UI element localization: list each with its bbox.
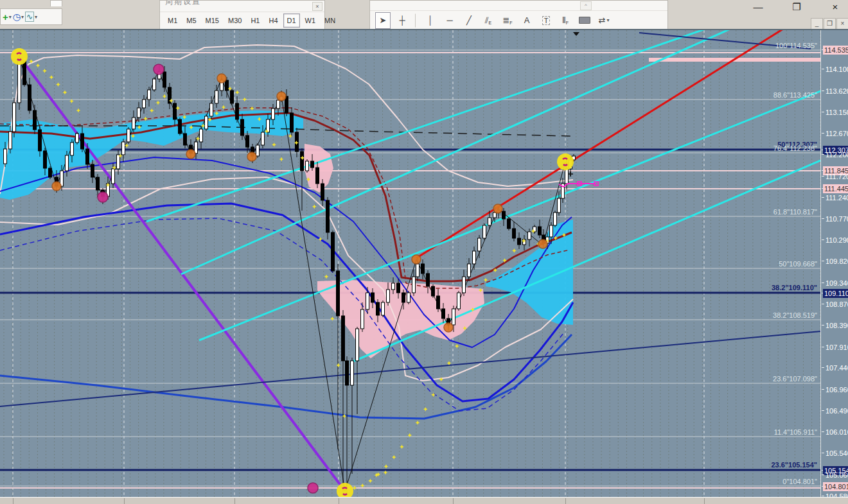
- price-level-label: 109.110: [821, 289, 848, 298]
- down-arrow-marker: [573, 32, 579, 36]
- timeframe-button-mn[interactable]: MN: [321, 13, 339, 28]
- dropdown-caret-icon[interactable]: ▾: [35, 14, 37, 20]
- time-axis-strip[interactable]: [0, 497, 848, 504]
- timeframe-button-m1[interactable]: M1: [164, 13, 181, 28]
- window-minimize-button[interactable]: —: [750, 1, 766, 13]
- axis-tick-label: 114.100: [821, 65, 848, 74]
- alert-price-label: 104.801: [821, 482, 848, 491]
- alert-price-label: 114.535: [821, 46, 848, 55]
- timeframe-button-m15[interactable]: M15: [202, 13, 223, 28]
- fib-label: 0"104.801": [782, 478, 817, 485]
- window-controls: —❐×: [750, 1, 843, 13]
- horizontal-line-tool[interactable]: ─: [442, 12, 457, 29]
- zigzag-swing-marker-orange: [412, 255, 421, 264]
- cross-marker: [568, 171, 573, 177]
- timeframe-button-h1[interactable]: H1: [247, 13, 263, 28]
- window-close-button[interactable]: ×: [827, 1, 843, 13]
- slow-ma-blue: [0, 204, 573, 401]
- equidistant-channel-tool[interactable]: ⫽E: [481, 12, 496, 29]
- price-chart[interactable]: 50"112.307"38.2"109.110"23.6"105.154"100…: [0, 30, 820, 497]
- axis-tick-label: 105.540: [821, 449, 848, 458]
- timeframe-button-m5[interactable]: M5: [182, 13, 200, 28]
- axis-tick-label: 112.200: [821, 150, 848, 159]
- dropdown-caret-icon[interactable]: ▾: [9, 14, 12, 20]
- zigzag-swing-marker-orange: [217, 74, 226, 83]
- fib-label: 50"109.668": [779, 260, 817, 268]
- separator: [415, 13, 418, 28]
- time-axis-divider: [704, 498, 705, 504]
- dropdown-caret-icon[interactable]: ▾: [21, 14, 24, 20]
- cursor-tool[interactable]: ➤: [375, 12, 391, 29]
- rectangle-tool[interactable]: [577, 12, 592, 29]
- toolbar-tab[interactable]: [50, 0, 62, 6]
- window-restore-button[interactable]: ❐: [789, 1, 804, 13]
- timeframe-toolbar-title: 周期设置: [160, 1, 324, 12]
- axis-tick-label: 108.870: [821, 300, 848, 309]
- fib-navy-label: 23.6"105.154": [771, 461, 817, 469]
- timeframe-button-h4[interactable]: H4: [265, 13, 281, 28]
- zigzag-swing-marker-magenta: [308, 483, 318, 493]
- timeframe-button-d1[interactable]: D1: [283, 13, 300, 28]
- bollinger-lower-band: [0, 177, 573, 381]
- time-axis-divider: [565, 498, 566, 504]
- zigzag-swing-marker-orange: [52, 182, 61, 191]
- arrows-tool[interactable]: ⇄▾: [596, 12, 612, 29]
- time-axis-divider: [339, 498, 339, 504]
- zigzag-swing-marker-orange: [247, 152, 256, 161]
- template-icon[interactable]: ∿: [25, 12, 34, 22]
- text-tool[interactable]: A: [519, 12, 534, 29]
- timeframe-toolbar: 周期设置 × M1M5M15M30H1H4D1W1MN: [159, 0, 325, 30]
- zigzag-swing-marker-orange: [493, 204, 502, 213]
- fibonacci-retracement-tool[interactable]: ≣F: [500, 12, 515, 29]
- long-ma-blue: [0, 335, 572, 419]
- fib-label: 76.4"112.238": [773, 144, 817, 152]
- line-studies-toolbar-title: [370, 1, 667, 11]
- axis-tick-label: 106.490: [821, 406, 848, 415]
- time-axis-divider: [453, 498, 454, 504]
- zigzag-swing-marker-magenta: [154, 64, 164, 74]
- period-clock-icon[interactable]: ◷: [13, 12, 21, 22]
- axis-tick-label: 111.720: [821, 172, 848, 181]
- axis-tick-label: 112.670: [821, 129, 848, 138]
- trendline-tool[interactable]: ╱: [461, 12, 477, 29]
- fib-label: 23.6"107.098": [773, 375, 817, 383]
- fib-label: 11.4"105.911": [774, 428, 817, 436]
- axis-tick-label: 110.770: [821, 214, 848, 223]
- text-label-tool[interactable]: T: [538, 12, 554, 29]
- zigzag-swing-marker-orange: [444, 323, 453, 332]
- fibonacci-timezones-tool[interactable]: ⦀F: [558, 12, 573, 29]
- vertical-line-tool[interactable]: │: [423, 12, 438, 29]
- fib-label: 100"114.535": [775, 42, 817, 49]
- major-swing-marker-yellow: [557, 153, 574, 170]
- timeframe-button-w1[interactable]: W1: [301, 13, 320, 28]
- timeframe-button-m30[interactable]: M30: [224, 13, 245, 28]
- chart-minimize-button[interactable]: _: [811, 18, 823, 30]
- fib-label: 38.2"108.519": [773, 311, 817, 319]
- chart-restore-button[interactable]: ❐: [824, 18, 836, 30]
- fast-ma-blue: [0, 157, 572, 347]
- price-axis[interactable]: 114.535114.100113.620113.150112.670112.3…: [820, 30, 848, 497]
- mt4-terminal-window: { "window": { "controls": [ {"name": "wi…: [0, 0, 848, 504]
- chart-canvas[interactable]: 50"112.307"38.2"109.110"23.6"105.154"100…: [0, 30, 820, 497]
- toolbar-collapse-icon[interactable]: ^: [580, 1, 592, 10]
- axis-tick-label: 113.150: [821, 108, 848, 117]
- axis-tick-label: 111.240: [821, 193, 848, 202]
- chart-close-button[interactable]: ×: [836, 18, 848, 30]
- time-axis-divider: [234, 498, 235, 504]
- crosshair-tool[interactable]: ┼: [394, 12, 410, 29]
- time-axis-divider: [13, 498, 13, 504]
- timeframe-toolbar-close-icon[interactable]: ×: [312, 2, 322, 11]
- zigzag-swing-marker-orange: [538, 239, 547, 248]
- major-swing-marker-yellow: [11, 48, 28, 65]
- axis-tick-label: 104.580: [821, 492, 848, 497]
- zigzag-swing-marker-orange: [277, 92, 286, 101]
- axis-tick-label: 113.620: [821, 87, 848, 96]
- fib-label: 88.6"113.425": [773, 91, 817, 99]
- zigzag-swing-marker-magenta: [98, 192, 108, 202]
- axis-tick-label: 106.960: [821, 385, 848, 394]
- new-chart-icon[interactable]: +: [3, 12, 8, 22]
- navy-support-line[interactable]: [0, 331, 820, 406]
- axis-tick-label: 106.010: [821, 428, 848, 437]
- time-axis-divider: [124, 498, 125, 504]
- line-studies-toolbar: ^ ➤┼│─╱⫽E≣FAT⦀F⇄▾: [369, 0, 668, 30]
